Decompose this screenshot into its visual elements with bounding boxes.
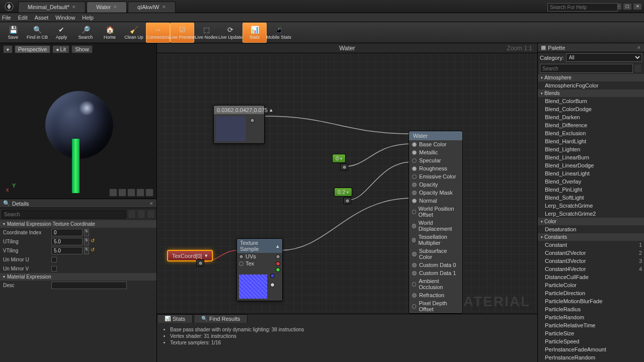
tab-find-results[interactable]: 🔍 Find Results (194, 314, 248, 323)
details-search-input[interactable] (2, 210, 126, 219)
close-icon[interactable]: ✕ (113, 5, 117, 10)
pin-ambient-occlusion[interactable]: Ambient Occlusion (409, 277, 462, 291)
palette-category-atmosphere[interactable]: Atmosphere (538, 74, 644, 81)
palette-category-blends[interactable]: Blends (538, 89, 644, 97)
palette-item[interactable]: ParticleRelativeTime (538, 321, 644, 329)
desc-input[interactable] (51, 282, 127, 289)
toolbar-stats[interactable]: 📊Stats (243, 23, 267, 43)
menu-asset[interactable]: Asset (35, 15, 49, 21)
spinner-icon[interactable]: ⇅ (84, 229, 89, 236)
output-pin-a[interactable] (270, 283, 275, 287)
show-button[interactable]: Show (71, 45, 93, 53)
shape-mesh-icon[interactable] (145, 189, 153, 197)
palette-item[interactable]: PerInstanceRandom (538, 353, 644, 361)
utiling-input[interactable] (51, 238, 83, 245)
palette-item[interactable]: Blend_SoftLight (538, 194, 644, 202)
toolbar-live-preview[interactable]: ☑Live Preview (170, 23, 194, 43)
pin-roughness[interactable]: Roughness (409, 164, 462, 172)
constant-0-output[interactable] (340, 163, 348, 170)
output-pin-g[interactable] (276, 267, 280, 272)
details-tab[interactable]: 🔍 Details ✕ (0, 199, 156, 208)
palette-item[interactable]: Blend_ColorDodge (538, 105, 644, 113)
node-texture-sample[interactable]: Texture Sample▴ UVs Tex (236, 238, 283, 301)
chevron-down-icon[interactable]: ▾ (205, 252, 208, 259)
toolbar-connectors[interactable]: ↔Connectors (146, 23, 170, 43)
palette-item[interactable]: Blend_PinLight (538, 186, 644, 194)
palette-search-input[interactable] (540, 64, 633, 73)
chevron-down-icon[interactable]: ▾ (340, 156, 342, 161)
palette-list[interactable]: AtmosphereAtmosphericFogColorBlendsBlend… (538, 74, 644, 362)
close-icon[interactable]: ✕ (637, 45, 641, 50)
preview-viewport[interactable]: ▾ Perspective ● Lit Show xY (0, 43, 156, 199)
category-select[interactable]: All (566, 53, 642, 62)
palette-item[interactable]: Blend_Darken (538, 113, 644, 121)
filter-icon[interactable] (137, 210, 145, 219)
close-icon[interactable]: ✕ (149, 201, 153, 206)
menu-window[interactable]: Window (55, 15, 75, 21)
palette-item[interactable]: Blend_Lighten (538, 145, 644, 153)
spinner-icon[interactable]: ⇅ (84, 247, 89, 254)
menu-help[interactable]: Help (82, 15, 94, 21)
palette-item[interactable]: ParticleDirection (538, 289, 644, 297)
tab-stats[interactable]: 📊 Stats (157, 314, 193, 323)
tab-qiakwiw[interactable]: qIAkwIW✕ (128, 2, 175, 13)
palette-item[interactable]: Blend_HardLight (538, 137, 644, 145)
shape-sphere-icon[interactable] (109, 189, 117, 197)
pin-metallic[interactable]: Metallic (409, 148, 462, 156)
palette-item[interactable]: ParticleColor (538, 281, 644, 289)
pin-base-color[interactable]: Base Color (409, 140, 462, 148)
palette-item[interactable]: ParticleSpeed (538, 337, 644, 345)
shape-plane-icon[interactable] (127, 189, 135, 197)
pin-emissive-color[interactable]: Emissive Color (409, 172, 462, 180)
output-pin[interactable] (250, 118, 255, 123)
coordinate-index-input[interactable] (51, 229, 83, 236)
material-graph[interactable]: MATERIAL 0.0362,0.0427,0.075▴ 0▾ 0.2▾ Te… (157, 53, 537, 314)
pin-specular[interactable]: Specular (409, 156, 462, 164)
palette-item[interactable]: Blend_ColorBurn (538, 97, 644, 105)
input-pin-tex[interactable] (239, 261, 244, 266)
toolbar-live-update[interactable]: ⟳Live Update (218, 23, 243, 43)
un-mirror-u-checkbox[interactable] (51, 257, 57, 262)
shape-cylinder-icon[interactable] (118, 189, 126, 197)
tab-minimal-default[interactable]: Minimal_Default*✕ (18, 2, 86, 13)
palette-item[interactable]: DistanceCullFade (538, 273, 644, 281)
palette-item[interactable]: Blend_Exclusion (538, 129, 644, 137)
palette-item[interactable]: Desaturation (538, 225, 644, 233)
search-icon[interactable] (128, 210, 136, 219)
palette-item[interactable]: ParticleRandom (538, 313, 644, 321)
toolbar-home[interactable]: 🏠Home (98, 23, 122, 43)
palette-category-color[interactable]: Color (538, 218, 644, 225)
node-material-result[interactable]: Water Base ColorMetallicSpecularRoughnes… (409, 131, 463, 314)
output-pin-b[interactable] (270, 274, 275, 278)
pin-normal[interactable]: Normal (409, 197, 462, 205)
node-color-constant[interactable]: 0.0362,0.0427,0.075▴ (213, 105, 265, 144)
category-material-expr[interactable]: Material Expression (0, 273, 156, 281)
palette-item[interactable]: Blend_LinearDodge (538, 161, 644, 169)
palette-item[interactable]: Blend_LinearBurn (538, 153, 644, 161)
collapse-icon[interactable]: ▴ (270, 107, 273, 113)
palette-item[interactable]: Constant2Vector2 (538, 249, 644, 257)
palette-category-constants[interactable]: Constants (538, 233, 644, 241)
constant-02-output[interactable] (343, 197, 351, 204)
palette-item[interactable]: Constant4Vector4 (538, 265, 644, 273)
menu-file[interactable]: File (2, 15, 11, 21)
reset-icon[interactable]: ↺ (91, 238, 97, 245)
pin-world-position-offset[interactable]: World Position Offset (409, 205, 462, 219)
eye-icon[interactable] (147, 210, 155, 219)
viewport-options-button[interactable]: ▾ (3, 45, 13, 53)
palette-item[interactable]: Lerp_ScratchGrime (538, 202, 644, 210)
close-icon[interactable]: ✕ (72, 5, 76, 10)
search-icon[interactable] (634, 64, 642, 73)
pin-pixel-depth-offset[interactable]: Pixel Depth Offset (409, 299, 462, 313)
output-pin-rgb[interactable] (276, 254, 280, 259)
lit-mode-button[interactable]: ● Lit (52, 45, 69, 53)
toolbar-mobile-stats[interactable]: 📱Mobile Stats (267, 23, 291, 43)
close-button[interactable]: ✕ (633, 3, 642, 10)
perspective-button[interactable]: Perspective (15, 45, 50, 53)
un-mirror-v-checkbox[interactable] (51, 266, 57, 272)
palette-item[interactable]: Blend_Difference (538, 121, 644, 129)
toolbar-search[interactable]: 🔎Search (73, 23, 98, 43)
close-icon[interactable]: ✕ (162, 5, 166, 10)
spinner-icon[interactable]: ⇅ (84, 238, 89, 245)
palette-item[interactable]: Blend_Overlay (538, 177, 644, 186)
